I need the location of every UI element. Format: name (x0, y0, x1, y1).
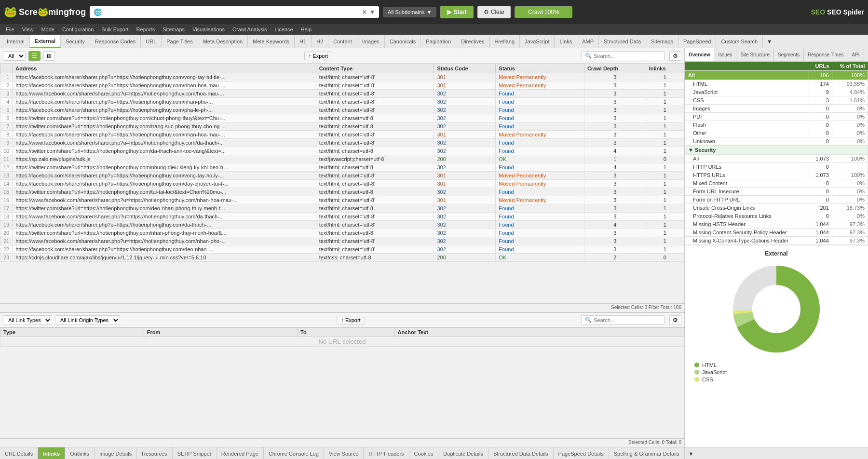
overview-row[interactable]: Form URL Insecure 0 0% (685, 188, 868, 196)
menu-item-reports[interactable]: Reports (133, 26, 159, 33)
table-row[interactable]: 4 https://facebook.com/sharer/sharer.php… (0, 98, 684, 106)
row-address[interactable]: https://facebook.com/sharer/sharer.php?u… (13, 73, 316, 81)
col-status[interactable]: Status (496, 64, 584, 73)
row-address[interactable]: https://www.facebook.com/sharer/sharer.p… (13, 213, 316, 221)
tab-h2[interactable]: H2 (312, 35, 328, 48)
right-tab-issues[interactable]: Issues (714, 48, 736, 62)
col-inlinks[interactable]: Inlinks (646, 64, 684, 73)
table-row[interactable]: 16 https://www.facebook.com/sharer/share… (0, 196, 684, 204)
table-row[interactable]: 23 https://cdnjs.cloudflare.com/ajax/lib… (0, 254, 684, 262)
table-row[interactable]: 15 https://twitter.com/share?url=https:/… (0, 188, 684, 196)
menu-item-visualisations[interactable]: Visualisations (189, 26, 229, 33)
tab-url[interactable]: URL (141, 35, 162, 48)
bottom-tab-url-details[interactable]: URL Details (0, 447, 38, 459)
tab-custom-search[interactable]: Custom Search (716, 35, 763, 48)
row-address[interactable]: https://facebook.com/sharer/sharer.php?u… (13, 98, 316, 106)
table-row[interactable]: 8 https://facebook.com/sharer/sharer.php… (0, 131, 684, 139)
overview-row[interactable]: Missing HSTS Header 1,044 97.3% (685, 220, 868, 229)
right-tab-overview[interactable]: Overview (685, 48, 714, 62)
overview-row[interactable]: Unsafe Cross-Origin Links 201 18.73% (685, 204, 868, 212)
row-address[interactable]: https://twitter.com/share?url=https://ho… (13, 204, 316, 213)
overview-row[interactable]: Flash 0 0% (685, 121, 868, 129)
overview-row[interactable]: HTML 174 93.55% (685, 80, 868, 88)
overview-row[interactable]: All 186 100% (685, 71, 868, 80)
all-filter-select[interactable]: All (3, 51, 26, 61)
link-origin-filter[interactable]: All Link Origin Types (55, 315, 120, 325)
col-anchor[interactable]: Anchor Text (394, 328, 684, 337)
tab-more-button[interactable]: ▼ (763, 37, 776, 46)
tab-response-codes[interactable]: Response Codes (90, 35, 141, 48)
right-tab-segments[interactable]: Segments (774, 48, 804, 62)
tab-h1[interactable]: H1 (295, 35, 312, 48)
tab-meta-keywords[interactable]: Meta Keywords (248, 35, 295, 48)
search-input[interactable] (594, 53, 661, 59)
tab-structured-data[interactable]: Structured Data (599, 35, 646, 48)
bottom-filter-options-button[interactable]: ⚙ (669, 315, 681, 325)
tab-pagespeed[interactable]: PageSpeed (678, 35, 717, 48)
table-row[interactable]: 14 https://facebook.com/sharer/sharer.ph… (0, 180, 684, 188)
overview-row[interactable]: Missing X-Content-Type-Options Header 1,… (685, 237, 868, 245)
overview-row[interactable]: CSS 3 1.61% (685, 96, 868, 105)
overview-row[interactable]: HTTP URLs 0 (685, 163, 868, 171)
url-input[interactable]: https://hotienphongthuy.com/ (104, 9, 360, 15)
bottom-tab-resources[interactable]: Resources (137, 447, 173, 459)
row-address[interactable]: https://facebook.com/sharer/sharer.php?u… (13, 221, 316, 229)
col-content-type[interactable]: Content Type (316, 64, 434, 73)
bottom-tab-view-source[interactable]: View Source (324, 447, 364, 459)
bottom-tab-image-details[interactable]: Image Details (95, 447, 137, 459)
bottom-export-button[interactable]: ↑ Export (337, 316, 365, 324)
overview-row[interactable]: All 1,073 100% (685, 155, 868, 163)
table-row[interactable]: 9 https://www.facebook.com/sharer/sharer… (0, 139, 684, 147)
col-num[interactable] (0, 64, 13, 73)
row-address[interactable]: https://www.facebook.com/sharer/sharer.p… (13, 90, 316, 98)
right-tab-spelling-&-gramm...[interactable]: Spelling & Gramm... (864, 48, 868, 62)
table-row[interactable]: 3 https://www.facebook.com/sharer/sharer… (0, 90, 684, 98)
table-row[interactable]: 13 https://facebook.com/sharer/sharer.ph… (0, 172, 684, 180)
bottom-tab-structured-data-details[interactable]: Structured Data Details (488, 447, 554, 459)
row-address[interactable]: https://twitter.com/share?url=https://ho… (13, 163, 316, 172)
tab-hreflang[interactable]: Hreflang (490, 35, 520, 48)
start-button[interactable]: ▶ Start (440, 6, 473, 18)
overview-row[interactable]: HTTPS URLs 1,073 100% (685, 171, 868, 179)
table-row[interactable]: 10 https://twitter.com/share?url=https:/… (0, 147, 684, 155)
right-tab-site-structure[interactable]: Site Structure (736, 48, 774, 62)
bottom-search-input[interactable] (594, 317, 661, 323)
link-type-filter[interactable]: All Link Types (3, 315, 52, 325)
table-row[interactable]: 21 https://www.facebook.com/sharer/share… (0, 237, 684, 245)
table-row[interactable]: 18 https://www.facebook.com/sharer/share… (0, 213, 684, 221)
overview-row[interactable]: Unknown 0 0% (685, 137, 868, 146)
bottom-tab-more-button[interactable]: ▼ (685, 449, 698, 458)
table-row[interactable]: 11 https://sp.zalo.me/plugins/sdk.js tex… (0, 155, 684, 163)
bottom-tab-inlinks[interactable]: Inlinks (38, 447, 65, 459)
table-row[interactable]: 22 https://facebook.com/sharer/sharer.ph… (0, 245, 684, 254)
bottom-tab-spelling-&-grammar-details[interactable]: Spelling & Grammar Details (609, 447, 685, 459)
table-row[interactable]: 12 https://twitter.com/share?url=https:/… (0, 163, 684, 172)
col-address[interactable]: Address (13, 64, 316, 73)
overview-row[interactable]: Other 0 0% (685, 129, 868, 137)
row-address[interactable]: https://facebook.com/sharer/sharer.php?u… (13, 172, 316, 180)
overview-row[interactable]: Mixed Content 0 0% (685, 179, 868, 188)
grid-view-button[interactable]: ⊞ (43, 51, 55, 61)
tab-meta-description[interactable]: Meta Description (198, 35, 248, 48)
row-address[interactable]: https://facebook.com/sharer/sharer.php?u… (13, 81, 316, 90)
menu-item-view[interactable]: View (18, 26, 38, 33)
menu-item-file[interactable]: File (2, 26, 18, 33)
col-status-code[interactable]: Status Code (434, 64, 496, 73)
tab-content[interactable]: Content (328, 35, 357, 48)
overview-row[interactable]: ▼ Security (685, 146, 868, 155)
tab-external[interactable]: External (30, 35, 61, 48)
overview-row[interactable]: JavaScript 9 4.84% (685, 88, 868, 96)
tab-javascript[interactable]: JavaScript (520, 35, 555, 48)
menu-item-crawl-analysis[interactable]: Crawl Analysis (229, 26, 271, 33)
tab-images[interactable]: Images (357, 35, 385, 48)
filter-options-button[interactable]: ⚙ (669, 51, 681, 61)
row-address[interactable]: https://www.facebook.com/sharer/sharer.p… (13, 196, 316, 204)
list-view-button[interactable]: ☰ (28, 51, 41, 61)
table-row[interactable]: 19 https://facebook.com/sharer/sharer.ph… (0, 221, 684, 229)
row-address[interactable]: https://sp.zalo.me/plugins/sdk.js (13, 155, 316, 163)
right-tab-api[interactable]: API (848, 48, 864, 62)
table-row[interactable]: 7 https://twitter.com/share?url=https://… (0, 122, 684, 131)
tab-security[interactable]: Security (61, 35, 90, 48)
overview-row[interactable]: Protocol-Relative Resource Links 0 0% (685, 212, 868, 220)
overview-row[interactable]: Images 0 0% (685, 105, 868, 113)
